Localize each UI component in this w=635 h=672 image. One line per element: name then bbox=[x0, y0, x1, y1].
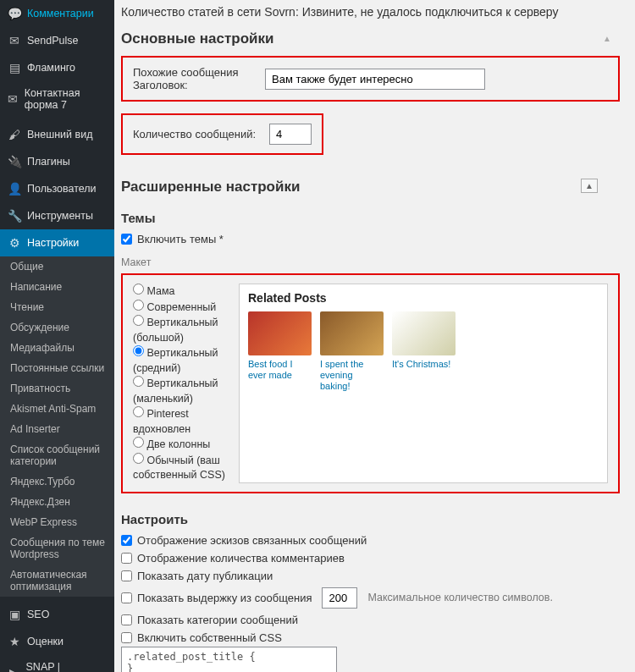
sidebar-item[interactable]: 👤Пользователи bbox=[0, 175, 114, 202]
sidebar-subitem[interactable]: Написание bbox=[0, 277, 114, 297]
excerpt-suffix-label: Максимальное количество символов. bbox=[367, 592, 552, 603]
excerpt-length-input[interactable] bbox=[322, 587, 357, 609]
layout-radio[interactable] bbox=[133, 345, 144, 356]
preview-card: It's Christmas! bbox=[392, 311, 456, 393]
sidebar-item-label: Оценки bbox=[27, 636, 64, 647]
option-checkbox[interactable] bbox=[121, 570, 132, 581]
scroll-top-button[interactable]: ▲ bbox=[581, 179, 598, 193]
option-label: Отображение количества комментариев bbox=[137, 552, 345, 565]
preview-title: Related Posts bbox=[248, 291, 599, 305]
preview-thumb bbox=[248, 311, 312, 355]
sidebar-subitem[interactable]: Общие bbox=[0, 256, 114, 277]
sidebar-item-label: Настройки bbox=[27, 237, 79, 249]
post-count-input[interactable] bbox=[269, 124, 312, 145]
layout-radio[interactable] bbox=[133, 284, 144, 295]
sidebar-item-label: Комментарии bbox=[27, 8, 94, 19]
preview-caption: It's Christmas! bbox=[392, 359, 456, 370]
option-checkbox[interactable] bbox=[121, 553, 132, 564]
layout-radio[interactable] bbox=[133, 437, 144, 448]
menu-icon: ▣ bbox=[7, 607, 22, 622]
layout-radio[interactable] bbox=[133, 453, 144, 464]
sidebar-subitem[interactable]: Чтение bbox=[0, 297, 114, 317]
layout-option[interactable]: Две колонны bbox=[133, 437, 230, 453]
sidebar-subitem[interactable]: Ad Inserter bbox=[0, 419, 114, 439]
themes-heading: Темы bbox=[121, 204, 620, 230]
sidebar-subitem[interactable]: Обсуждение bbox=[0, 317, 114, 338]
menu-icon: ⚙ bbox=[7, 235, 22, 251]
layout-option[interactable]: Вертикальный (средний) bbox=[133, 345, 230, 376]
layout-radio[interactable] bbox=[133, 300, 144, 311]
show-excerpt-checkbox[interactable] bbox=[121, 592, 132, 603]
sidebar-subitem[interactable]: Автоматическая оптимизация bbox=[0, 565, 114, 597]
enable-themes-label: Включить темы * bbox=[137, 233, 224, 245]
sidebar-subitem[interactable]: Приватность bbox=[0, 378, 114, 399]
sovrn-status-text: Количество статей в сети Sovrn: Извините… bbox=[121, 0, 620, 25]
sidebar-subitem[interactable]: Медиафайлы bbox=[0, 338, 114, 358]
highlight-box-heading: Похожие сообщения Заголовок: bbox=[121, 56, 620, 102]
sidebar-item[interactable]: ★Оценки bbox=[0, 628, 114, 655]
highlight-box-count: Количество сообщений: bbox=[121, 113, 323, 155]
css-editor-textarea[interactable] bbox=[121, 647, 337, 673]
menu-icon: ✉ bbox=[7, 33, 22, 48]
sidebar-item[interactable]: ▶SNAP | AutoPoster bbox=[0, 655, 114, 672]
sidebar-item[interactable]: 🔌Плагины bbox=[0, 148, 114, 175]
sidebar-item[interactable]: ▤Фламинго bbox=[0, 54, 114, 81]
collapse-icon[interactable]: ▲ bbox=[603, 34, 611, 43]
option-checkbox[interactable] bbox=[121, 614, 132, 625]
main-content: Количество статей в сети Sovrn: Извините… bbox=[114, 0, 635, 672]
layout-option[interactable]: Современный bbox=[133, 300, 230, 316]
layout-radio[interactable] bbox=[133, 406, 144, 417]
sidebar-item-label: SNAP | AutoPoster bbox=[26, 661, 108, 672]
layout-option[interactable]: Обычный (ваш собственный CSS) bbox=[133, 453, 230, 483]
menu-icon: ▶ bbox=[7, 665, 21, 672]
layout-option[interactable]: Вертикальный (большой) bbox=[133, 315, 230, 345]
menu-icon: 💬 bbox=[7, 6, 22, 21]
menu-icon: ▤ bbox=[7, 60, 22, 75]
option-label: Отображение эскизов связанных сообщений bbox=[137, 534, 367, 547]
customize-heading: Настроить bbox=[121, 505, 620, 532]
option-checkbox[interactable] bbox=[121, 535, 132, 546]
preview-card: Best food I ever made bbox=[248, 311, 312, 393]
sidebar-item[interactable]: ✉SendPulse bbox=[0, 27, 114, 54]
related-heading-input[interactable] bbox=[265, 69, 485, 90]
sidebar-subitem[interactable]: Яндекс.Дзен bbox=[0, 492, 114, 512]
layout-option[interactable]: Вертикальный (маленький) bbox=[133, 376, 230, 406]
sidebar-subitem[interactable]: Яндекс.Турбо bbox=[0, 471, 114, 492]
sidebar-item-label: Пользователи bbox=[27, 183, 97, 195]
sidebar-item[interactable]: 💬Комментарии bbox=[0, 0, 114, 27]
sidebar-subitem[interactable]: Список сообщений категории bbox=[0, 439, 114, 471]
sidebar-subitem[interactable]: Постоянные ссылки bbox=[0, 358, 114, 378]
sidebar-subitem[interactable]: Сообщения по теме Wordpress bbox=[0, 532, 114, 565]
sidebar-item[interactable]: 🖌Внешний вид bbox=[0, 121, 114, 148]
sidebar-item[interactable]: ✉Контактная форма 7 bbox=[0, 81, 114, 117]
option-label: Включить собственный CSS bbox=[137, 631, 282, 644]
sidebar-item-label: Плагины bbox=[27, 156, 70, 168]
sidebar-item-label: SEO bbox=[27, 609, 49, 620]
layout-heading: Макет bbox=[121, 256, 620, 268]
sidebar-item-label: Фламинго bbox=[27, 62, 75, 74]
layout-option[interactable]: Pinterest вдохновлен bbox=[133, 406, 230, 437]
layout-radio[interactable] bbox=[133, 315, 144, 326]
enable-themes-checkbox[interactable] bbox=[121, 234, 132, 245]
sidebar-item[interactable]: ⚙Настройки bbox=[0, 229, 114, 256]
menu-icon: 🖌 bbox=[7, 127, 22, 142]
sidebar-subitem[interactable]: Akismet Anti-Spam bbox=[0, 399, 114, 419]
menu-icon: 🔌 bbox=[7, 154, 22, 169]
advanced-settings-heading: Расширенные настройки ▲ bbox=[121, 174, 620, 204]
menu-icon: ✉ bbox=[7, 91, 19, 107]
layout-radio-group: Мама Современный Вертикальный (большой) … bbox=[133, 284, 230, 483]
basic-settings-heading: Основные настройки ▲ bbox=[121, 25, 620, 56]
preview-caption: I spent the evening baking! bbox=[320, 359, 384, 393]
sidebar-subitem[interactable]: WebP Express bbox=[0, 512, 114, 532]
preview-pane: Related Posts Best food I ever madeI spe… bbox=[239, 284, 608, 483]
menu-icon: ★ bbox=[7, 634, 22, 649]
option-label: Показать дату публикации bbox=[137, 570, 273, 582]
sidebar-item[interactable]: 🔧Инструменты bbox=[0, 202, 114, 229]
layout-radio[interactable] bbox=[133, 376, 144, 387]
preview-thumb bbox=[392, 311, 456, 355]
show-excerpt-label: Показать выдержку из сообщения bbox=[137, 592, 312, 604]
preview-thumb bbox=[320, 311, 384, 355]
layout-option[interactable]: Мама bbox=[133, 284, 230, 300]
sidebar-item[interactable]: ▣SEO bbox=[0, 601, 114, 628]
option-checkbox[interactable] bbox=[121, 632, 132, 643]
